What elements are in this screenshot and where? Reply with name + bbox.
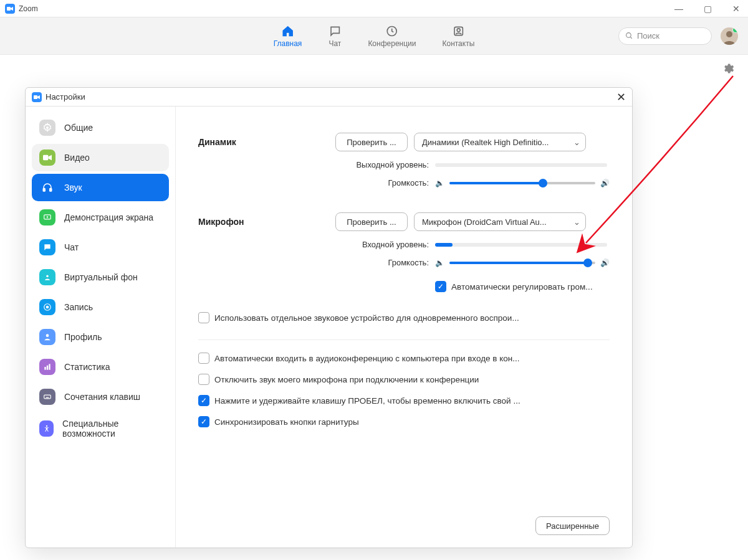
- sidebar-item-video[interactable]: Видео: [32, 144, 169, 171]
- nav-chat[interactable]: Чат: [328, 24, 342, 48]
- accessibility-icon: [39, 420, 54, 437]
- chart-icon: [39, 359, 55, 375]
- output-level-label: Выходной уровень:: [279, 160, 429, 169]
- settings-sidebar: Общие Видео Звук Демонстрация экрана Чат…: [26, 107, 176, 548]
- sidebar-item-label: Статистика: [64, 362, 110, 372]
- output-level-meter: [435, 163, 607, 167]
- sidebar-item-statistics[interactable]: Статистика: [32, 353, 169, 381]
- sidebar-item-recording[interactable]: Запись: [32, 293, 169, 321]
- close-button[interactable]: ✕: [729, 2, 743, 16]
- svg-rect-0: [7, 7, 11, 11]
- sidebar-item-label: Сочетания клавиш: [64, 392, 140, 402]
- svg-rect-16: [44, 367, 46, 370]
- auto-adjust-checkbox[interactable]: [435, 281, 446, 292]
- keyboard-icon: [39, 389, 55, 405]
- nav-label: Контакты: [442, 39, 474, 48]
- speaker-volume-slider[interactable]: [449, 182, 595, 184]
- gear-icon: [39, 120, 55, 136]
- option-label: Автоматически входить в аудиоконференцию…: [214, 354, 520, 363]
- settings-title: Настройки: [46, 92, 85, 102]
- mic-device-select[interactable]: Микрофон (DroidCam Virtual Au... ⌄: [414, 212, 586, 231]
- profile-icon: [39, 329, 55, 345]
- sidebar-item-label: Общие: [64, 123, 93, 133]
- speaker-device-select[interactable]: Динамики (Realtek High Definitio... ⌄: [414, 133, 586, 151]
- search-input[interactable]: Поиск: [618, 27, 712, 45]
- mic-section-label: Микрофон: [198, 217, 279, 227]
- clock-icon: [385, 24, 399, 38]
- nav-meetings[interactable]: Конференции: [368, 24, 416, 48]
- svg-point-5: [726, 31, 732, 37]
- chat-icon: [39, 239, 55, 255]
- sidebar-item-label: Чат: [64, 242, 79, 252]
- maximize-button[interactable]: ▢: [701, 2, 714, 16]
- sidebar-item-label: Демонстрация экрана: [64, 212, 153, 222]
- gear-icon[interactable]: [721, 61, 736, 76]
- zoom-logo-icon: [5, 4, 15, 14]
- svg-rect-19: [44, 395, 51, 399]
- settings-window: Настройки ✕ Общие Видео Звук Демонстраци…: [25, 87, 633, 548]
- svg-rect-10: [50, 189, 52, 192]
- option-label: Синхронизировать кнопки гарнитуры: [214, 417, 359, 427]
- sidebar-item-accessibility[interactable]: Специальные возможности: [32, 413, 169, 444]
- nav-label: Главная: [274, 39, 302, 48]
- home-icon: [281, 24, 295, 38]
- sync-headset-checkbox[interactable]: [198, 416, 209, 427]
- sidebar-item-chat[interactable]: Чат: [32, 234, 169, 261]
- sidebar-item-label: Звук: [64, 183, 82, 192]
- mic-volume-slider[interactable]: [449, 262, 595, 264]
- nav-label: Конференции: [368, 39, 416, 48]
- svg-rect-9: [43, 189, 45, 192]
- auto-adjust-label: Автоматически регулировать гром...: [451, 282, 593, 292]
- volume-high-icon: 🔊: [600, 259, 610, 267]
- test-speaker-button[interactable]: Проверить ...: [335, 133, 408, 151]
- sidebar-item-general[interactable]: Общие: [32, 114, 169, 141]
- app-title: Zoom: [19, 4, 38, 13]
- option-label: Использовать отдельное звуковое устройст…: [214, 313, 519, 323]
- svg-rect-17: [47, 366, 48, 370]
- close-icon[interactable]: ✕: [616, 90, 626, 104]
- auto-join-audio-checkbox[interactable]: [198, 353, 209, 364]
- avatar[interactable]: [721, 27, 738, 45]
- chevron-down-icon: ⌄: [573, 138, 580, 147]
- virtual-bg-icon: [39, 269, 55, 285]
- separate-audio-checkbox[interactable]: [198, 312, 209, 323]
- minimize-button[interactable]: —: [672, 2, 686, 16]
- search-placeholder: Поиск: [637, 31, 659, 40]
- input-level-label: Входной уровень:: [279, 240, 429, 249]
- record-icon: [39, 299, 55, 315]
- advanced-button[interactable]: Расширенные: [535, 516, 610, 535]
- sidebar-item-label: Специальные возможности: [62, 419, 161, 439]
- top-nav: Главная Чат Конференции Контакты Поиск: [0, 17, 748, 55]
- sidebar-item-virtual-bg[interactable]: Виртуальный фон: [32, 263, 169, 291]
- space-unmute-checkbox[interactable]: [198, 395, 209, 406]
- search-icon: [625, 32, 633, 40]
- option-label: Нажмите и удерживайте клавишу ПРОБЕЛ, чт…: [214, 396, 520, 406]
- headphones-icon: [39, 179, 55, 196]
- chat-icon: [328, 24, 342, 38]
- svg-rect-18: [49, 364, 50, 369]
- settings-content: Динамик Проверить ... Динамики (Realtek …: [176, 107, 632, 548]
- svg-rect-8: [43, 155, 48, 160]
- nav-home[interactable]: Главная: [274, 24, 302, 48]
- sidebar-item-share[interactable]: Демонстрация экрана: [32, 204, 169, 231]
- contacts-icon: [451, 24, 465, 38]
- mute-on-join-checkbox[interactable]: [198, 374, 209, 385]
- sidebar-item-label: Профиль: [64, 332, 102, 342]
- mic-volume-label: Громкость:: [279, 258, 429, 267]
- sidebar-item-profile[interactable]: Профиль: [32, 323, 169, 351]
- separator: [198, 339, 610, 340]
- app-titlebar: Zoom — ▢ ✕: [0, 0, 748, 17]
- svg-point-20: [46, 425, 47, 427]
- volume-high-icon: 🔊: [600, 179, 610, 187]
- volume-low-icon: 🔈: [435, 179, 444, 187]
- speaker-device-value: Динамики (Realtek High Definitio...: [422, 138, 549, 147]
- sidebar-item-shortcuts[interactable]: Сочетания клавиш: [32, 383, 169, 411]
- nav-contacts[interactable]: Контакты: [442, 24, 474, 48]
- share-screen-icon: [39, 209, 55, 225]
- option-label: Отключить звук моего микрофона при подкл…: [214, 375, 479, 384]
- volume-low-icon: 🔈: [435, 259, 444, 267]
- svg-point-7: [46, 126, 49, 129]
- speaker-section-label: Динамик: [198, 137, 279, 147]
- test-mic-button[interactable]: Проверить ...: [335, 212, 408, 231]
- sidebar-item-audio[interactable]: Звук: [32, 174, 169, 201]
